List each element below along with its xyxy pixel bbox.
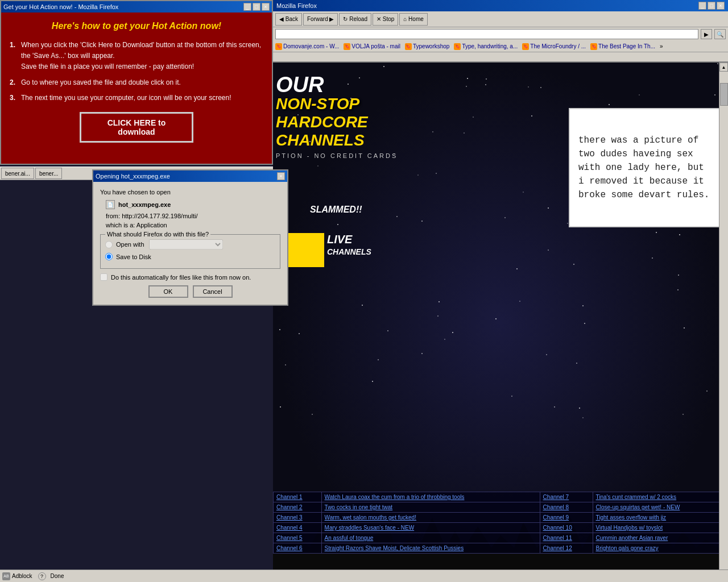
auto-checkbox-row: Do this automatically for files like thi… bbox=[100, 273, 280, 281]
bookmark-5[interactable]: 🔖 The MicroFoundry / ... bbox=[522, 43, 586, 50]
auto-label: Do this automatically for files like thi… bbox=[111, 274, 251, 281]
bookmark-3-icon: 🔖 bbox=[405, 43, 412, 50]
hardcore-label: HARDCORE bbox=[276, 113, 398, 131]
file-name: hot_xxxmpeg.exe bbox=[118, 201, 171, 208]
channel-link-ch11[interactable]: Channel 11 bbox=[543, 535, 572, 541]
url-input[interactable] bbox=[275, 29, 698, 39]
channel-desc-link-2[interactable]: Two cocks in one tight twat bbox=[325, 504, 393, 510]
channel-label-12: Channel 12 bbox=[540, 543, 593, 554]
channel-link-ch9[interactable]: Channel 9 bbox=[543, 514, 569, 521]
reload-button[interactable]: ↻ Reload bbox=[339, 13, 371, 26]
step-1: 1. When you click the 'Click Here to Dow… bbox=[10, 40, 263, 73]
channel-desc-11: Cummin another Asian raver bbox=[593, 533, 727, 543]
scrollbar[interactable]: ▲ ▼ bbox=[719, 63, 728, 582]
ff-restore-btn[interactable]: □ bbox=[708, 2, 715, 10]
channel-link-ch10[interactable]: Channel 10 bbox=[543, 525, 572, 531]
channel-desc-link-8[interactable]: Close-up squirtas get wet! - NEW bbox=[596, 504, 680, 510]
bookmark-3[interactable]: 🔖 Typeworkshop bbox=[405, 43, 449, 50]
channel-desc-8: Close-up squirtas get wet! - NEW bbox=[593, 502, 727, 513]
channel-link-ch4[interactable]: Channel 4 bbox=[276, 525, 303, 531]
subtitle-label: PTION - NO CREDIT CARDS bbox=[276, 152, 398, 159]
download-button[interactable]: CLICK HERE to download bbox=[80, 112, 193, 143]
cancel-button[interactable]: Cancel bbox=[193, 285, 233, 298]
channel-link-ch1[interactable]: Channel 1 bbox=[276, 494, 303, 500]
forward-button[interactable]: Forward ▶ bbox=[303, 13, 338, 26]
ff-close-btn[interactable]: × bbox=[717, 2, 725, 10]
bookmark-1[interactable]: 🔖 Domovanje.com - W... bbox=[275, 43, 339, 50]
our-label: OUR bbox=[276, 74, 398, 95]
ff-toolbar: ◀ Back Forward ▶ ↻ Reload ✕ Stop ⌂ Home bbox=[273, 11, 728, 27]
bookmarks-more[interactable]: » bbox=[660, 43, 663, 49]
popup-titlebar: Get your Hot Action now! - Mozilla Firef… bbox=[1, 1, 272, 13]
channel-link-ch5[interactable]: Channel 5 bbox=[276, 535, 303, 541]
table-row: Channel 1Watch Laura coax the cum from a… bbox=[274, 492, 728, 502]
help-icon[interactable]: ? bbox=[38, 572, 46, 580]
home-button[interactable]: ⌂ Home bbox=[399, 13, 428, 26]
ff-titlebar: Mozilla Firefox _ □ × bbox=[273, 0, 728, 11]
taskbar-item-2[interactable]: bener... bbox=[35, 168, 62, 179]
stop-button[interactable]: ✕ Stop bbox=[373, 13, 398, 26]
table-row: Channel 3Warm, wet salon mouths get fuck… bbox=[274, 513, 728, 523]
channel-desc-12: Brighton gals gone crazy bbox=[593, 543, 727, 554]
step-3-text: The next time you use your computer, our… bbox=[21, 93, 231, 103]
popup-maximize-btn[interactable]: □ bbox=[253, 3, 260, 11]
ff-minimize-btn[interactable]: _ bbox=[698, 2, 706, 10]
channel-desc-link-4[interactable]: Mary straddles Susan's face - NEW bbox=[325, 525, 415, 531]
channel-desc-link-3[interactable]: Warm, wet salon mouths get fucked! bbox=[325, 514, 416, 521]
channel-desc-link-5[interactable]: An assful of tongue bbox=[325, 535, 374, 541]
open-with-radio[interactable] bbox=[105, 241, 113, 248]
back-button[interactable]: ◀ Back bbox=[275, 13, 302, 26]
dialog-group: What should Firefox do with this file? O… bbox=[100, 234, 280, 269]
dialog-which: which is a: Application bbox=[100, 222, 280, 228]
dialog-buttons: OK Cancel bbox=[100, 285, 280, 298]
auto-checkbox[interactable] bbox=[100, 273, 107, 281]
download-button-label: CLICK HERE to download bbox=[107, 118, 166, 136]
channel-desc-9: Tight asses overflow with jiz bbox=[593, 513, 727, 523]
bookmark-2-icon: 🔖 bbox=[344, 43, 350, 50]
adblock-item: AB Adblock bbox=[2, 572, 32, 580]
open-with-select[interactable] bbox=[149, 239, 223, 250]
scroll-up-arrow[interactable]: ▲ bbox=[719, 63, 728, 72]
ff-title: Mozilla Firefox bbox=[276, 2, 317, 9]
table-row: Channel 5An assful of tongueChannel 11Cu… bbox=[274, 533, 728, 543]
ff-bookmarks-bar: 🔖 Domovanje.com - W... 🔖 VOLJA pošta - m… bbox=[273, 41, 728, 52]
channel-table-wrap: Channel 1Watch Laura coax the cum from a… bbox=[273, 492, 728, 554]
channel-link-ch6[interactable]: Channel 6 bbox=[276, 545, 303, 551]
channel-desc-link-10[interactable]: Virtual Handjobs w/ toyslot bbox=[596, 525, 663, 531]
channel-desc-link-9[interactable]: Tight asses overflow with jiz bbox=[596, 514, 667, 521]
channel-link-ch12[interactable]: Channel 12 bbox=[543, 545, 572, 551]
save-to-disk-radio[interactable] bbox=[105, 253, 113, 260]
channel-desc-link-1[interactable]: Watch Laura coax the cum from a trio of … bbox=[325, 494, 465, 500]
channel-link-ch2[interactable]: Channel 2 bbox=[276, 504, 303, 510]
channel-desc-2: Two cocks in one tight twat bbox=[321, 502, 540, 513]
popup-title: Get your Hot Action now! - Mozilla Firef… bbox=[3, 3, 118, 10]
channel-desc-link-11[interactable]: Cummin another Asian raver bbox=[596, 535, 668, 541]
go-button[interactable]: ▶ bbox=[701, 29, 712, 39]
popup-close-btn[interactable]: × bbox=[262, 3, 270, 11]
from-label: from: bbox=[106, 213, 120, 219]
table-row: Channel 2Two cocks in one tight twatChan… bbox=[274, 502, 728, 513]
bookmark-6[interactable]: 🔖 The Best Page In Th... bbox=[590, 43, 655, 50]
popup-minimize-btn[interactable]: _ bbox=[243, 3, 251, 11]
channel-link-ch3[interactable]: Channel 3 bbox=[276, 514, 303, 521]
channel-link-ch8[interactable]: Channel 8 bbox=[543, 504, 569, 510]
taskbar-item-1[interactable]: bener.ai... bbox=[1, 168, 34, 179]
bookmark-6-icon: 🔖 bbox=[590, 43, 597, 50]
channel-desc-link-12[interactable]: Brighton gals gone crazy bbox=[596, 545, 659, 551]
channel-label-4: Channel 4 bbox=[274, 523, 322, 533]
channel-desc-link-6[interactable]: Straight Razors Shave Moist, Delicate Sc… bbox=[325, 545, 464, 551]
ok-button[interactable]: OK bbox=[148, 285, 188, 298]
channel-link-ch7[interactable]: Channel 7 bbox=[543, 494, 569, 500]
dialog-close-btn[interactable]: × bbox=[277, 172, 285, 180]
channel-desc-3: Warm, wet salon mouths get fucked! bbox=[321, 513, 540, 523]
channel-desc-6: Straight Razors Shave Moist, Delicate Sc… bbox=[321, 543, 540, 554]
scroll-thumb[interactable] bbox=[720, 83, 728, 106]
channel-desc-10: Virtual Handjobs w/ toyslot bbox=[593, 523, 727, 533]
step-2-text: Go to where you saved the file and doubl… bbox=[21, 77, 181, 88]
bookmark-4[interactable]: 🔖 Type, handwriting, a... bbox=[454, 43, 518, 50]
nonstop-label: NON-STOP bbox=[276, 95, 398, 113]
table-row: Channel 6Straight Razors Shave Moist, De… bbox=[274, 543, 728, 554]
channel-desc-link-7[interactable]: Tina's cunt crammed w/ 2 cocks bbox=[596, 494, 677, 500]
bookmark-2[interactable]: 🔖 VOLJA pošta - mail bbox=[344, 43, 400, 50]
search-icon[interactable]: 🔍 bbox=[714, 29, 726, 39]
